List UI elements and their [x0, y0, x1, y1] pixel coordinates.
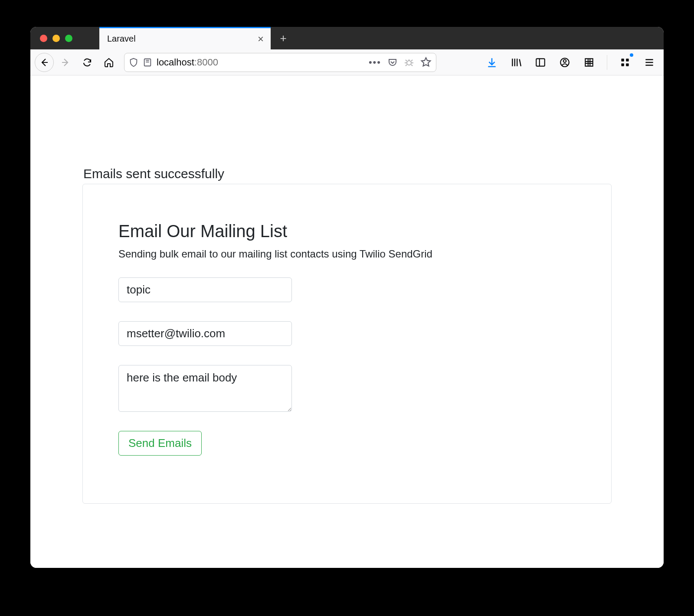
tab-title: Laravel	[107, 34, 136, 44]
svg-rect-8	[626, 63, 629, 66]
sidebar-icon	[535, 57, 546, 68]
account-icon	[559, 57, 570, 68]
sidebar-button[interactable]	[530, 52, 550, 72]
library-button[interactable]	[506, 52, 526, 72]
puzzle-icon	[619, 57, 631, 68]
pocket-icon[interactable]	[387, 57, 398, 68]
forward-button[interactable]	[56, 52, 75, 72]
bookmark-star-icon[interactable]	[420, 57, 432, 68]
topic-input[interactable]	[118, 277, 292, 302]
close-tab-icon[interactable]: ×	[258, 34, 264, 44]
url-port: :8000	[194, 57, 218, 68]
minimize-window-button[interactable]	[52, 35, 60, 42]
toolbar-separator	[607, 55, 607, 70]
svg-rect-2	[536, 59, 545, 66]
account-button[interactable]	[555, 52, 575, 72]
grid-icon	[583, 57, 595, 68]
page-viewport: Emails sent successfully Email Our Maili…	[30, 75, 664, 568]
url-bar[interactable]: localhost:8000 •••	[124, 53, 436, 72]
bug-icon[interactable]	[404, 57, 414, 68]
library-icon	[511, 57, 522, 68]
close-window-button[interactable]	[40, 35, 47, 42]
arrow-right-icon	[60, 57, 71, 68]
download-icon	[486, 57, 498, 68]
browser-toolbar: localhost:8000 •••	[30, 49, 664, 75]
body-textarea[interactable]	[118, 365, 292, 412]
extension-button-1[interactable]	[579, 52, 599, 72]
svg-point-1	[407, 61, 411, 65]
from-email-input[interactable]	[118, 321, 292, 346]
browser-tab[interactable]: Laravel ×	[99, 27, 271, 49]
page-subheading: Sending bulk email to our mailing list c…	[118, 248, 576, 260]
page-actions-icon[interactable]: •••	[369, 57, 381, 68]
arrow-left-icon	[39, 57, 49, 68]
page-content: Emails sent successfully Email Our Maili…	[82, 75, 612, 504]
home-icon	[104, 57, 114, 68]
svg-rect-6	[626, 59, 629, 62]
downloads-button[interactable]	[482, 52, 502, 72]
page-info-icon[interactable]	[143, 58, 152, 67]
browser-window: Laravel × + localhost:8000	[30, 27, 664, 568]
shield-icon[interactable]	[129, 58, 138, 67]
extension-button-2[interactable]	[615, 52, 635, 72]
reload-button[interactable]	[77, 52, 97, 72]
back-button[interactable]	[35, 53, 54, 72]
send-emails-button[interactable]: Send Emails	[118, 431, 202, 456]
email-form-card: Email Our Mailing List Sending bulk emai…	[82, 184, 612, 504]
url-host: localhost	[157, 57, 194, 68]
reload-icon	[82, 57, 92, 68]
traffic-lights	[30, 35, 72, 42]
new-tab-button[interactable]: +	[271, 32, 296, 45]
svg-rect-7	[621, 63, 624, 66]
svg-point-4	[563, 59, 566, 62]
titlebar: Laravel × +	[30, 27, 664, 49]
hamburger-icon	[644, 57, 655, 68]
url-text: localhost:8000	[157, 57, 364, 68]
page-heading: Email Our Mailing List	[118, 222, 576, 241]
menu-button[interactable]	[639, 52, 659, 72]
maximize-window-button[interactable]	[65, 35, 72, 42]
home-button[interactable]	[99, 52, 119, 72]
status-message: Emails sent successfully	[82, 166, 612, 181]
svg-rect-5	[621, 59, 624, 62]
